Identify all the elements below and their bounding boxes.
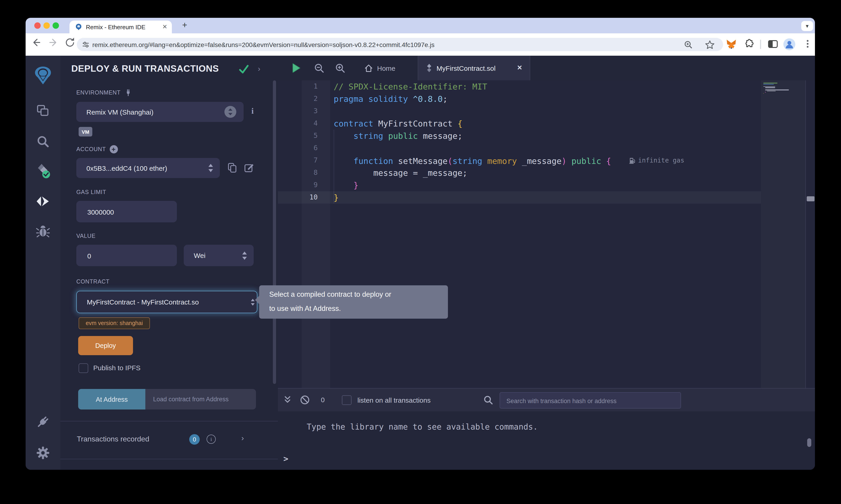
side-panel-icon[interactable] [768, 39, 778, 49]
listen-transactions-label[interactable]: listen on all transactions [357, 396, 431, 404]
line-number: 5 [278, 130, 317, 142]
contract-label: CONTRACT [76, 278, 109, 285]
edit-account-pencil-icon[interactable] [244, 163, 255, 173]
line-content: } [334, 179, 358, 191]
line-number: 8 [278, 167, 317, 179]
back-icon[interactable] [31, 37, 41, 48]
toolbar-separator [760, 40, 761, 49]
search-icon[interactable] [36, 135, 50, 148]
metamask-extension-icon[interactable] [726, 39, 737, 50]
value-label: VALUE [76, 233, 96, 239]
code-line-2[interactable]: 2pragma solidity ^0.8.0; [278, 93, 761, 105]
tab-myfirstcontract[interactable]: MyFirstContract.sol ✕ [418, 56, 530, 80]
site-settings-icon[interactable] [82, 41, 90, 48]
code-line-6[interactable]: 6 [278, 142, 761, 154]
line-content: contract MyFirstContract { [334, 117, 463, 130]
terminal-search-icon [484, 395, 493, 405]
publish-ipfs-label[interactable]: Publish to IPFS [93, 364, 140, 372]
transactions-expand-chevron-icon[interactable]: › [241, 434, 244, 443]
environment-label: ENVIRONMENT [76, 89, 121, 96]
zoom-in-icon[interactable] [336, 64, 345, 73]
zoom-out-icon[interactable] [314, 64, 324, 73]
gas-limit-input[interactable] [86, 201, 174, 223]
account-label-row: ACCOUNT + [76, 145, 118, 154]
minimap-line [765, 87, 775, 88]
environment-select-spinner-icon[interactable] [224, 106, 236, 118]
code-line-8[interactable]: 8 message = _message; [278, 167, 761, 179]
at-address-button[interactable]: At Address [78, 389, 145, 410]
contract-value: MyFirstContract - MyFirstContract.so [87, 291, 248, 313]
tab-home[interactable]: Home [350, 56, 410, 80]
tab-close-icon[interactable]: ✕ [162, 23, 167, 30]
extensions-puzzle-icon[interactable] [743, 39, 754, 49]
value-unit: Wei [194, 245, 205, 266]
editor-minimap[interactable] [761, 80, 805, 388]
browser-menu-kebab-icon[interactable] [803, 39, 813, 49]
terminal-search-input[interactable] [505, 393, 672, 409]
tab-myfirstcontract-label: MyFirstContract.sol [436, 56, 496, 80]
close-window-button[interactable] [34, 22, 41, 29]
solidity-compiler-icon[interactable] [35, 163, 51, 179]
browser-tab-strip: Remix - Ethereum IDE ✕ + ▾ [25, 18, 815, 33]
transactions-info-icon[interactable]: i [207, 435, 216, 444]
browser-tab[interactable]: Remix - Ethereum IDE ✕ [69, 20, 172, 33]
code-line-1[interactable]: 1// SPDX-License-Identifier: MIT [278, 80, 761, 93]
gas-limit-input-wrap [76, 201, 177, 222]
minimap-line [763, 86, 775, 87]
terminal-scrollbar-thumb[interactable] [807, 438, 811, 447]
tab-close-icon[interactable]: ✕ [517, 64, 522, 71]
plugin-manager-plug-icon[interactable] [36, 415, 50, 429]
code-editor[interactable]: 1// SPDX-License-Identifier: MIT2pragma … [278, 80, 761, 388]
environment-select[interactable]: Remix VM (Shanghai) [76, 102, 244, 122]
deploy-button[interactable]: Deploy [78, 336, 133, 355]
remix-logo-icon[interactable] [33, 66, 53, 85]
panel-scrollbar[interactable] [273, 80, 276, 384]
clear-console-ban-icon[interactable] [300, 395, 310, 405]
tab-search-chevron-button[interactable]: ▾ [801, 21, 813, 31]
value-unit-select[interactable]: Wei [184, 245, 254, 266]
line-number: 6 [278, 142, 317, 154]
file-explorer-icon[interactable] [36, 104, 50, 118]
code-line-4[interactable]: 4contract MyFirstContract { [278, 117, 761, 130]
code-line-9[interactable]: 9 } [278, 179, 761, 191]
editor-scrollbar-thumb[interactable] [807, 196, 814, 201]
listen-transactions-checkbox[interactable] [342, 395, 351, 405]
run-script-play-icon[interactable] [293, 64, 300, 73]
contract-tooltip: Select a compiled contract to deploy or … [259, 285, 448, 319]
value-input[interactable] [86, 245, 174, 267]
profile-avatar[interactable] [784, 38, 795, 50]
copy-account-icon[interactable] [227, 163, 238, 173]
forward-icon[interactable] [49, 37, 58, 48]
panel-expand-chevron-icon[interactable]: › [258, 65, 260, 73]
settings-gear-icon[interactable] [36, 446, 50, 460]
debugger-icon[interactable] [36, 224, 50, 238]
gas-limit-label: GAS LIMIT [76, 189, 106, 195]
add-account-plus-icon[interactable]: + [109, 145, 118, 154]
code-line-10[interactable]: 10} [278, 191, 761, 204]
expand-terminal-chevrons-icon[interactable] [284, 395, 291, 404]
reload-icon[interactable] [65, 37, 75, 48]
line-content: function setMessage(string memory _messa… [334, 154, 684, 167]
code-line-3[interactable]: 3 [278, 105, 761, 117]
environment-info-icon[interactable]: i [252, 106, 254, 116]
terminal-prompt: > [284, 454, 288, 463]
zoom-page-icon[interactable] [684, 40, 693, 49]
line-number: 7 [278, 154, 317, 167]
panel-divider-2 [60, 459, 278, 459]
maximize-window-button[interactable] [53, 22, 59, 29]
editor-tab-bar: Home MyFirstContract.sol ✕ [278, 56, 815, 80]
minimize-window-button[interactable] [44, 22, 50, 29]
tooltip-arrow [255, 296, 259, 304]
bookmark-star-icon[interactable] [705, 40, 715, 49]
minimap-bars [763, 83, 804, 110]
at-address-input[interactable]: Load contract from Address [145, 389, 256, 410]
url-bar[interactable]: remix.ethereum.org/#lang=en&optimize=fal… [77, 38, 723, 51]
publish-ipfs-checkbox[interactable] [79, 363, 88, 373]
new-tab-button[interactable]: + [179, 20, 190, 31]
tooltip-line2: to use with At Address. [269, 305, 341, 313]
account-select[interactable]: 0x5B3...eddC4 (100 ether) [76, 158, 220, 178]
code-line-7[interactable]: 7 function setMessage(string memory _mes… [278, 154, 761, 167]
code-line-5[interactable]: 5 string public message; [278, 130, 761, 142]
contract-select[interactable]: MyFirstContract - MyFirstContract.so [76, 291, 257, 313]
deploy-run-icon[interactable] [36, 195, 50, 208]
